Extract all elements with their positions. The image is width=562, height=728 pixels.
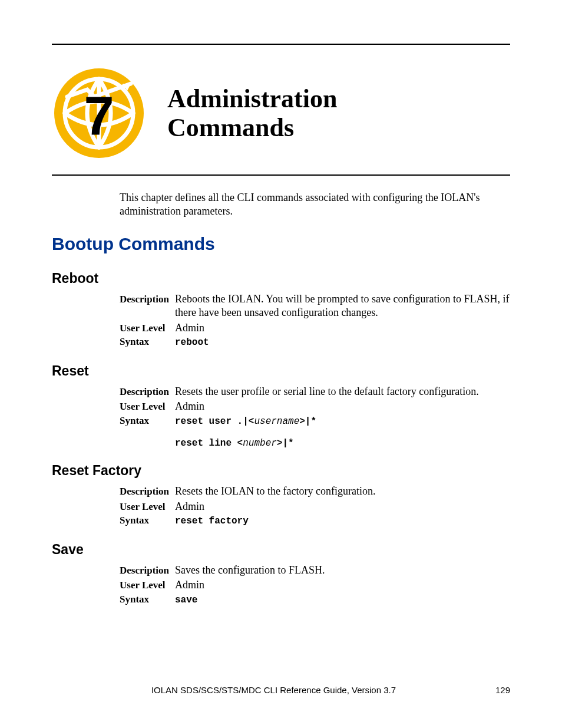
label-description: Description bbox=[120, 565, 175, 577]
value-description: Resets the user profile or serial line t… bbox=[175, 385, 510, 398]
command-heading-save: Save bbox=[52, 542, 510, 558]
chapter-title-line2: Commands bbox=[167, 113, 337, 142]
command-block-reset-factory: Description Resets the IOLAN to the fact… bbox=[120, 485, 510, 528]
label-user-level: User Level bbox=[120, 322, 175, 334]
value-syntax: reboot bbox=[175, 337, 510, 349]
label-user-level: User Level bbox=[120, 501, 175, 513]
value-syntax: reset user .|<username>|* bbox=[175, 416, 510, 428]
page: 7 Administration Commands This chapter d… bbox=[0, 0, 562, 728]
label-syntax: Syntax bbox=[120, 336, 175, 348]
value-description: Saves the configuration to FLASH. bbox=[175, 564, 510, 577]
command-heading-reset-factory: Reset Factory bbox=[52, 463, 510, 479]
label-description: Description bbox=[120, 386, 175, 398]
label-user-level: User Level bbox=[120, 579, 175, 591]
chapter-number: 7 bbox=[52, 88, 146, 143]
command-block-reset: Description Resets the user profile or s… bbox=[120, 385, 510, 449]
value-user-level: Admin bbox=[175, 500, 510, 513]
value-user-level: Admin bbox=[175, 578, 510, 592]
chapter-header: 7 Administration Commands bbox=[52, 66, 510, 160]
section-heading-bootup: Bootup Commands bbox=[52, 234, 510, 254]
command-heading-reboot: Reboot bbox=[52, 271, 510, 286]
label-user-level: User Level bbox=[120, 401, 175, 413]
mid-rule bbox=[52, 174, 510, 176]
value-syntax: reset factory bbox=[175, 515, 510, 528]
label-syntax: Syntax bbox=[120, 415, 175, 427]
value-syntax: save bbox=[175, 594, 510, 607]
label-syntax: Syntax bbox=[120, 515, 175, 526]
footer-page-number: 129 bbox=[495, 685, 510, 695]
label-description: Description bbox=[120, 486, 175, 498]
intro-paragraph: This chapter defines all the CLI command… bbox=[120, 191, 498, 219]
chapter-title-line1: Administration bbox=[167, 84, 337, 113]
label-description: Description bbox=[120, 294, 175, 305]
page-footer: IOLAN SDS/SCS/STS/MDC CLI Reference Guid… bbox=[52, 685, 510, 695]
chapter-globe-icon: 7 bbox=[52, 66, 146, 160]
value-user-level: Admin bbox=[175, 321, 510, 335]
footer-doc-title: IOLAN SDS/SCS/STS/MDC CLI Reference Guid… bbox=[52, 685, 495, 695]
command-block-reboot: Description Reboots the IOLAN. You will … bbox=[120, 292, 510, 349]
top-rule bbox=[52, 44, 510, 45]
chapter-title: Administration Commands bbox=[167, 84, 337, 143]
command-heading-reset: Reset bbox=[52, 363, 510, 379]
value-description: Resets the IOLAN to the factory configur… bbox=[175, 485, 510, 498]
command-block-save: Description Saves the configuration to F… bbox=[120, 564, 510, 607]
value-description: Reboots the IOLAN. You will be prompted … bbox=[175, 292, 510, 320]
label-syntax: Syntax bbox=[120, 594, 175, 605]
value-syntax-line2: reset line <number>|* bbox=[175, 438, 510, 449]
value-user-level: Admin bbox=[175, 400, 510, 413]
